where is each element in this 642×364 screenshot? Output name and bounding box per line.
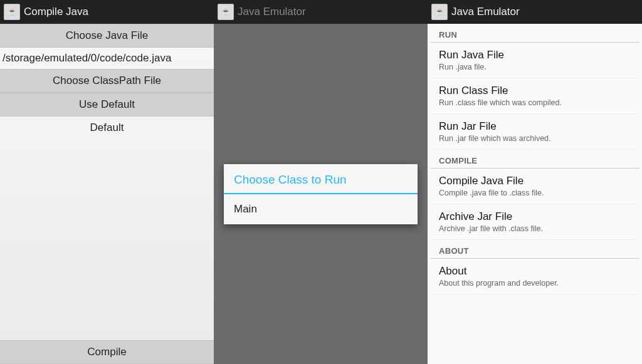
dialog-item-main[interactable]: Main <box>224 194 418 224</box>
java-icon: ☕ <box>218 4 234 20</box>
choose-java-file-button[interactable]: Choose Java File <box>0 24 214 48</box>
menu-item-desc: Run .class file which was compiled. <box>439 98 631 107</box>
spacer <box>0 139 214 340</box>
menu-item-title: Archive Jar File <box>439 211 631 223</box>
app-header: ☕ Compile Java <box>0 0 214 24</box>
java-icon: ☕ <box>4 4 20 20</box>
menu-item-title: Compile Java File <box>439 175 631 187</box>
menu-item-title: Run Class File <box>439 85 631 97</box>
screen-body: RUN Run Java File Run .java file. Run Cl… <box>428 24 642 364</box>
menu-item-title: Run Java File <box>439 49 631 61</box>
java-icon: ☕ <box>431 4 448 20</box>
menu-item-desc: Compile .java file to .class file. <box>439 189 631 197</box>
section-header-about: ABOUT <box>430 240 639 259</box>
app-header: ☕ Java Emulator <box>214 0 428 24</box>
app-header: ☕ Java Emulator <box>428 0 642 24</box>
classpath-default-label: Default <box>0 117 214 139</box>
screen-emulator-menu: ☕ Java Emulator RUN Run Java File Run .j… <box>428 0 642 364</box>
choose-classpath-file-button[interactable]: Choose ClassPath File <box>0 69 214 93</box>
menu-item-about[interactable]: About About this program and developer. <box>430 259 639 294</box>
menu-item-run-jar-file[interactable]: Run Jar File Run .jar file which was arc… <box>430 114 639 150</box>
header-title: Java Emulator <box>238 6 306 18</box>
menu-item-run-java-file[interactable]: Run Java File Run .java file. <box>430 43 639 78</box>
screen-body: Choose Java File /storage/emulated/0/cod… <box>0 24 214 364</box>
header-title: Java Emulator <box>451 6 520 18</box>
menu-item-run-class-file[interactable]: Run Class File Run .class file which was… <box>430 78 639 114</box>
use-default-button[interactable]: Use Default <box>0 93 214 117</box>
section-header-compile: COMPILE <box>430 150 639 169</box>
screen-compile-java: ☕ Compile Java Choose Java File /storage… <box>0 0 214 364</box>
menu-item-compile-java-file[interactable]: Compile Java File Compile .java file to … <box>430 169 639 204</box>
menu-item-desc: About this program and developer. <box>439 279 631 288</box>
choose-class-dialog: Choose Class to Run Main <box>224 164 418 224</box>
header-title: Compile Java <box>24 6 88 18</box>
menu-item-archive-jar-file[interactable]: Archive Jar File Archive .jar file with … <box>430 204 639 240</box>
menu-item-desc: Archive .jar file with .class file. <box>439 224 631 233</box>
compile-button[interactable]: Compile <box>0 340 214 364</box>
menu-item-title: Run Jar File <box>439 120 631 133</box>
dialog-title: Choose Class to Run <box>224 164 418 193</box>
screen-emulator-dialog: ☕ Java Emulator Choose Class to Run Main <box>214 0 428 364</box>
java-file-path: /storage/emulated/0/code/code.java <box>0 48 214 69</box>
section-header-run: RUN <box>430 24 639 43</box>
menu-item-title: About <box>439 265 631 278</box>
menu-item-desc: Run .jar file which was archived. <box>439 134 631 143</box>
menu-item-desc: Run .java file. <box>439 63 631 71</box>
screen-body: Choose Class to Run Main <box>214 24 428 364</box>
